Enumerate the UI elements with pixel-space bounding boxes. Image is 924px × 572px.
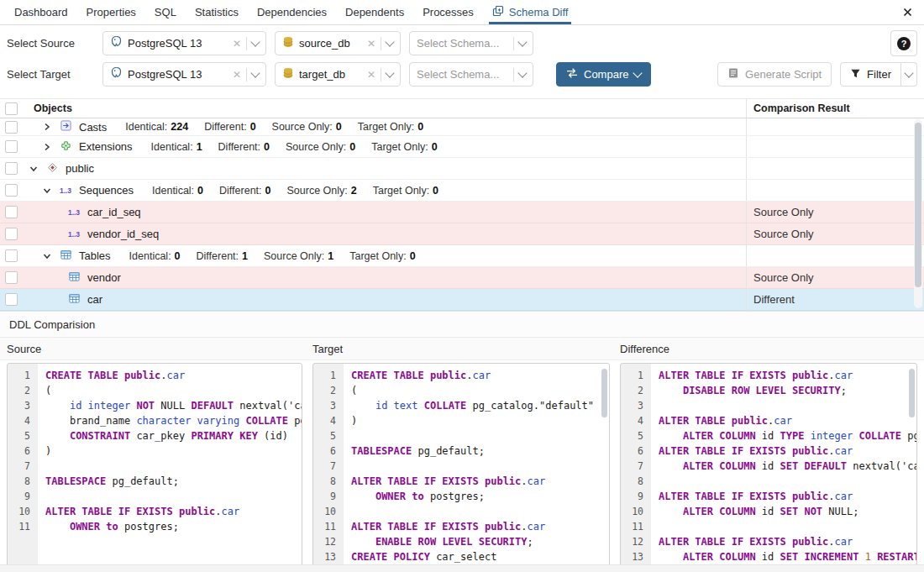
- code-line: 11 OWNER to postgres;: [8, 519, 302, 534]
- target-server-value: PostgreSQL 13: [128, 68, 228, 81]
- chevron-down-icon[interactable]: [385, 68, 394, 77]
- line-number: 3: [621, 398, 651, 413]
- row-checkbox[interactable]: [5, 162, 18, 175]
- row-checkbox[interactable]: [5, 293, 18, 306]
- chevron-down-icon[interactable]: [40, 252, 54, 260]
- table-row[interactable]: vendorSource Only: [0, 267, 924, 289]
- chevron-down-icon[interactable]: [40, 186, 54, 195]
- vertical-scrollbar-thumb[interactable]: [601, 369, 607, 417]
- stat: Source Only:0: [286, 141, 355, 153]
- clear-icon[interactable]: ✕: [367, 70, 375, 80]
- code-line: 7: [313, 459, 609, 474]
- help-button[interactable]: ?: [890, 30, 917, 56]
- tab-label: Dependencies: [257, 6, 327, 18]
- stat: Target Only:0: [373, 185, 438, 197]
- schema-icon: [47, 162, 58, 176]
- stat: Identical:0: [129, 250, 181, 262]
- chevron-down-icon[interactable]: [27, 165, 40, 173]
- row-checkbox[interactable]: [5, 121, 18, 134]
- table-row[interactable]: 1..3SequencesIdentical:0Different:0Sourc…: [0, 180, 924, 202]
- tab-dependents[interactable]: Dependents: [336, 0, 413, 24]
- target-schema-select[interactable]: Select Schema...: [409, 62, 533, 87]
- filter-button[interactable]: Filter: [840, 62, 901, 87]
- difference-code-body: 1ALTER TABLE IF EXISTS public.car2 DISAB…: [621, 368, 916, 572]
- clear-icon[interactable]: ✕: [233, 70, 241, 80]
- target-code-panel[interactable]: 1CREATE TABLE public.car2(3 id text COLL…: [312, 363, 610, 572]
- line-number: 1: [8, 368, 38, 383]
- chevron-down-icon[interactable]: [517, 68, 527, 77]
- schema-diff-icon: [492, 5, 504, 19]
- row-checkbox[interactable]: [5, 140, 18, 153]
- source-code-panel[interactable]: 1CREATE TABLE public.car2(3 id integer N…: [7, 363, 302, 572]
- row-checkbox[interactable]: [5, 271, 18, 284]
- tab-statistics[interactable]: Statistics: [186, 0, 248, 24]
- code-line: 2(: [8, 383, 302, 398]
- tab-schema-diff[interactable]: Schema Diff: [483, 0, 578, 24]
- table-row[interactable]: ExtensionsIdentical:1Different:0Source O…: [0, 136, 924, 158]
- tab-sql[interactable]: SQL: [145, 0, 186, 24]
- chevron-down-icon[interactable]: [385, 37, 394, 46]
- table-row[interactable]: carDifferent: [0, 289, 924, 311]
- code-line: 6TABLESPACE pg_default;: [313, 443, 609, 459]
- row-checkbox[interactable]: [5, 249, 18, 262]
- row-label: Extensions: [79, 140, 133, 153]
- chevron-right-icon[interactable]: [40, 143, 54, 151]
- row-checkbox[interactable]: [5, 184, 18, 197]
- table-icon: [60, 249, 71, 263]
- line-number: 1: [621, 368, 651, 383]
- code-line: 11: [621, 519, 916, 534]
- table-row[interactable]: 1..3vendor_id_seqSource Only: [0, 223, 924, 245]
- line-number: 13: [313, 549, 344, 564]
- code-line: 12ALTER TABLE IF EXISTS public.car: [621, 534, 916, 549]
- line-number: 2: [621, 383, 651, 398]
- source-schema-select[interactable]: Select Schema...: [409, 31, 533, 55]
- comparison-grid: Objects Comparison Result CastsIdentical…: [0, 98, 924, 311]
- line-number: 11: [621, 519, 651, 534]
- sequence-icon: 1..3: [60, 186, 71, 195]
- line-number: 8: [8, 474, 38, 489]
- code-line: 5 ALTER COLUMN id TYPE integer COLLATE p…: [621, 428, 916, 443]
- row-checkbox[interactable]: [5, 206, 18, 218]
- source-server-select[interactable]: PostgreSQL 13 ✕: [102, 31, 266, 55]
- code-line: 13 ALTER COLUMN id SET INCREMENT 1 RESTA…: [621, 549, 916, 564]
- line-number: 2: [8, 383, 38, 398]
- clear-icon[interactable]: ✕: [367, 39, 375, 49]
- filter-dropdown-button[interactable]: [901, 62, 917, 87]
- chevron-down-icon[interactable]: [517, 37, 527, 46]
- tab-dashboard[interactable]: Dashboard: [5, 0, 77, 24]
- line-number: 12: [313, 534, 344, 549]
- stat: Different:0: [219, 185, 270, 197]
- vertical-scrollbar-thumb[interactable]: [909, 369, 915, 417]
- row-label: Casts: [79, 121, 107, 134]
- tab-dependencies[interactable]: Dependencies: [248, 0, 336, 24]
- chevron-down-icon[interactable]: [250, 68, 260, 77]
- comparison-result: Source Only: [753, 271, 814, 284]
- target-server-select[interactable]: PostgreSQL 13 ✕: [102, 62, 266, 87]
- row-label: vendor: [87, 271, 121, 284]
- tab-processes[interactable]: Processes: [413, 0, 483, 24]
- difference-code-panel[interactable]: 1ALTER TABLE IF EXISTS public.car2 DISAB…: [620, 363, 917, 572]
- table-row[interactable]: public: [0, 158, 924, 180]
- generate-script-button[interactable]: Generate Script: [717, 62, 832, 87]
- clear-icon[interactable]: ✕: [233, 39, 241, 49]
- table-row[interactable]: CastsIdentical:224Different:0Source Only…: [0, 118, 924, 136]
- compare-button[interactable]: Compare: [556, 62, 651, 87]
- chevron-down-icon[interactable]: [250, 37, 260, 46]
- grid-vertical-scrollbar[interactable]: [914, 119, 922, 308]
- tab-properties[interactable]: Properties: [77, 0, 145, 24]
- select-target-label: Select Target: [7, 68, 94, 81]
- close-icon[interactable]: [899, 4, 916, 21]
- code-line: 8: [621, 474, 916, 489]
- row-checkbox[interactable]: [5, 228, 18, 240]
- target-database-select[interactable]: target_db ✕: [275, 62, 401, 87]
- select-all-checkbox[interactable]: [5, 102, 18, 115]
- scrollbar-thumb[interactable]: [915, 123, 921, 287]
- source-database-select[interactable]: source_db ✕: [275, 31, 401, 55]
- table-row[interactable]: TablesIdentical:0Different:1Source Only:…: [0, 245, 924, 267]
- line-number: 4: [8, 413, 38, 428]
- line-number: 6: [8, 443, 38, 459]
- source-server-value: PostgreSQL 13: [128, 37, 228, 50]
- line-number: 13: [621, 549, 651, 564]
- chevron-right-icon[interactable]: [40, 123, 54, 131]
- table-row[interactable]: 1..3car_id_seqSource Only: [0, 202, 924, 223]
